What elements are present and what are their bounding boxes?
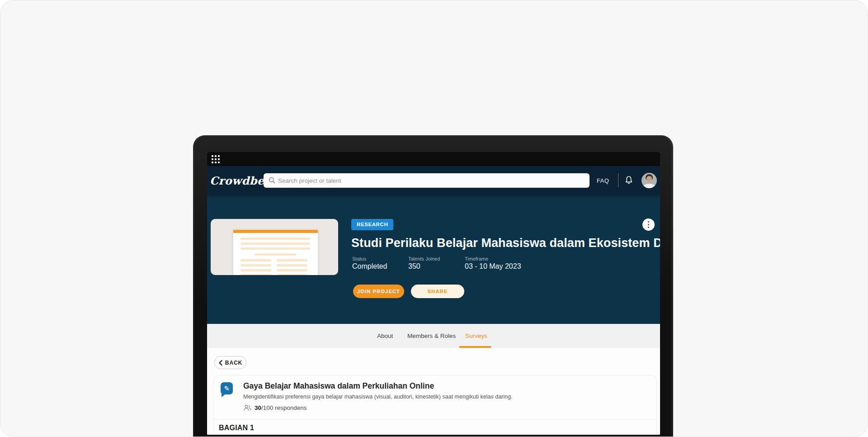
tab-about[interactable]: About (377, 332, 393, 339)
bell-icon[interactable] (624, 176, 633, 185)
project-title: Studi Perilaku Belajar Mahasiswa dalam E… (351, 236, 660, 250)
search-icon (269, 177, 275, 184)
share-button[interactable]: SHARE (411, 285, 464, 298)
document-header-bar (233, 230, 318, 233)
document-preview (233, 230, 318, 275)
top-app-bar (207, 152, 660, 166)
tab-members-roles[interactable]: Members & Roles (407, 332, 456, 339)
section-heading: BAGIAN 1 (219, 424, 254, 432)
survey-title: Gaya Belajar Mahasiswa dalam Perkuliahan… (243, 381, 434, 391)
surveys-panel: BACK ✎ Gaya Belajar Mahasiswa dalam Perk… (207, 348, 660, 435)
kebab-menu-icon[interactable] (642, 218, 655, 231)
search-bar[interactable] (264, 173, 590, 188)
timeframe-value: 03 - 10 May 2023 (465, 262, 521, 271)
timeframe-label: Timeframe (465, 256, 488, 261)
join-project-button[interactable]: JOIN PROJECT (353, 285, 404, 298)
card-divider (214, 419, 656, 420)
category-badge: RESEARCH (351, 219, 393, 230)
status-label: Status (352, 256, 366, 261)
app-screen: Crowdbees FAQ (207, 152, 660, 435)
tab-bar: About Members & Roles Surveys (207, 324, 660, 348)
chevron-left-icon (218, 360, 223, 366)
talents-joined-value: 350 (408, 262, 420, 271)
back-button[interactable]: BACK (214, 356, 246, 369)
avatar-face (646, 176, 652, 181)
faq-link[interactable]: FAQ (597, 177, 609, 184)
pencil-chat-icon: ✎ (221, 382, 233, 394)
talents-joined-label: Talents Joined (408, 256, 440, 261)
respondents-count: 30 (255, 404, 261, 411)
page-background: Crowdbees FAQ (0, 0, 868, 437)
people-icon (243, 404, 252, 411)
avatar-shirt (643, 184, 656, 188)
project-thumbnail (211, 219, 338, 275)
search-input[interactable] (278, 173, 585, 188)
back-button-label: BACK (225, 360, 242, 366)
user-avatar[interactable] (642, 173, 657, 188)
respondents-row: 30/100 respondens (243, 404, 307, 412)
laptop-frame: Crowdbees FAQ (193, 135, 673, 437)
tab-surveys[interactable]: Surveys (465, 332, 487, 339)
status-value: Completed (352, 262, 387, 271)
header-divider (618, 173, 618, 187)
main-header: Crowdbees FAQ (207, 166, 660, 195)
survey-description: Mengidentifikasi preferensi gaya belajar… (243, 394, 512, 400)
project-hero: RESEARCH Studi Perilaku Belajar Mahasisw… (207, 195, 660, 324)
respondents-total: /100 respondens (261, 404, 307, 411)
survey-card[interactable]: ✎ Gaya Belajar Mahasiswa dalam Perkuliah… (213, 375, 657, 435)
apps-grid-icon[interactable] (212, 155, 220, 163)
